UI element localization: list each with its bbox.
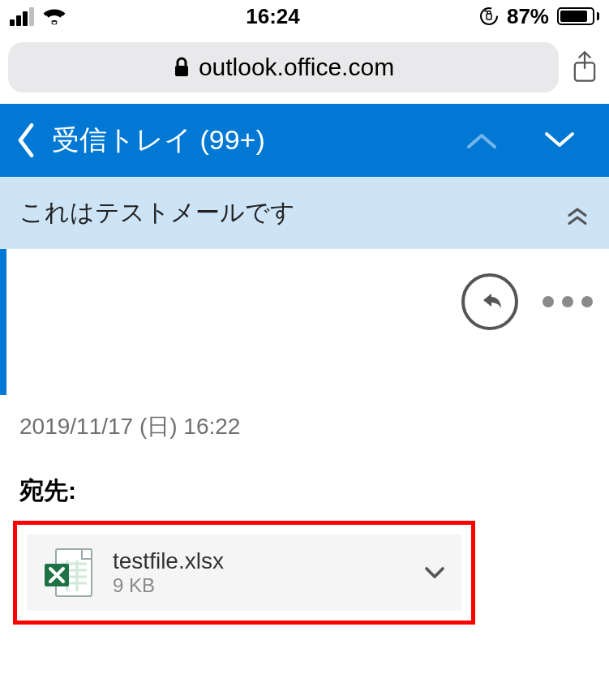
dot-icon xyxy=(543,296,554,307)
collapse-chevron-icon xyxy=(565,201,590,225)
dot-icon xyxy=(562,296,573,307)
attachment-size: 9 KB xyxy=(113,574,224,597)
share-button[interactable] xyxy=(568,51,601,84)
recipients-label: 宛先: xyxy=(0,442,609,516)
wifi-icon xyxy=(42,7,66,25)
share-icon xyxy=(571,50,598,84)
dot-icon xyxy=(581,296,593,307)
svg-rect-1 xyxy=(487,14,491,19)
status-right: 87% xyxy=(479,4,599,29)
message-header xyxy=(0,249,609,395)
excel-file-icon xyxy=(41,544,98,601)
attachment-info: testfile.xlsx 9 KB xyxy=(113,548,224,597)
back-chevron-icon[interactable] xyxy=(15,123,37,157)
message-actions xyxy=(461,265,593,330)
cellular-signal-icon xyxy=(10,7,34,26)
status-time: 16:24 xyxy=(66,4,479,29)
url-pill[interactable]: outlook.office.com xyxy=(8,42,559,92)
lock-icon xyxy=(173,57,191,78)
svg-rect-2 xyxy=(175,66,188,76)
highlight-annotation: testfile.xlsx 9 KB xyxy=(13,521,475,625)
battery-icon xyxy=(557,7,599,25)
attachment-filename: testfile.xlsx xyxy=(113,548,224,574)
subject-text: これはテストメールです xyxy=(19,196,295,230)
attachment-chevron-icon[interactable] xyxy=(422,560,447,585)
chevron-up-icon xyxy=(465,131,498,150)
orientation-lock-icon xyxy=(479,6,499,26)
battery-percentage: 87% xyxy=(507,4,549,29)
more-actions-button[interactable] xyxy=(543,296,593,307)
url-text: outlook.office.com xyxy=(199,54,394,81)
next-message-button[interactable] xyxy=(541,128,578,152)
outlook-header: 受信トレイ (99+) xyxy=(0,104,609,177)
attachment-card[interactable]: testfile.xlsx 9 KB xyxy=(27,535,461,611)
status-left xyxy=(10,7,66,26)
browser-url-bar: outlook.office.com xyxy=(0,32,609,104)
chevron-down-icon xyxy=(543,131,576,150)
folder-title[interactable]: 受信トレイ (99+) xyxy=(52,122,265,159)
battery-fill xyxy=(560,11,587,22)
previous-message-button[interactable] xyxy=(463,128,500,152)
ios-status-bar: 16:24 87% xyxy=(0,0,609,32)
subject-bar[interactable]: これはテストメールです xyxy=(0,177,609,249)
message-date: 2019/11/17 (日) 16:22 xyxy=(0,395,609,442)
reply-icon xyxy=(475,287,504,316)
reply-button[interactable] xyxy=(461,273,518,330)
